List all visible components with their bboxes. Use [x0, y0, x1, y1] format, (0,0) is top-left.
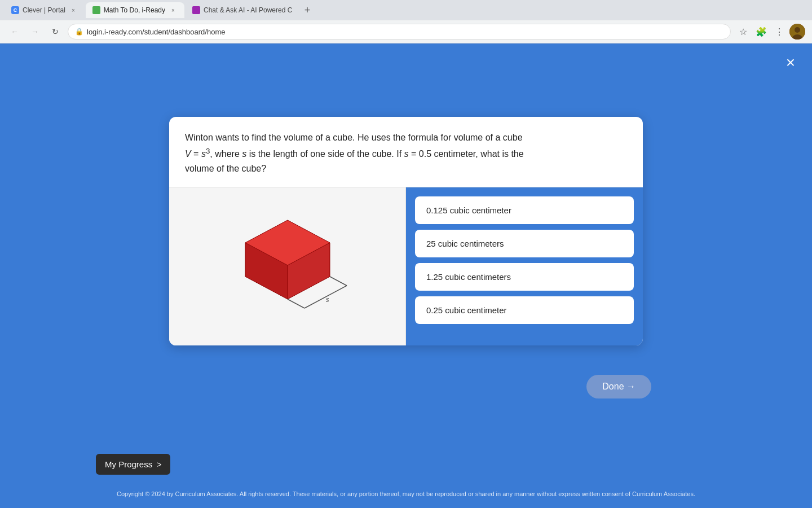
- address-bar-row: ← → ↻ 🔒 login.i-ready.com/student/dashbo…: [0, 20, 812, 43]
- tab-clever-close[interactable]: ×: [69, 6, 78, 15]
- chat-tab-icon: [192, 6, 200, 14]
- footer-text: Copyright © 2024 by Curriculum Associate…: [117, 491, 695, 497]
- my-progress-label: My Progress: [105, 459, 152, 469]
- answers-panel: 0.125 cubic centimeter 25 cubic centimet…: [406, 187, 643, 345]
- svg-line-16: [330, 277, 347, 286]
- answer-option-a[interactable]: 0.125 cubic centimeter: [415, 196, 634, 224]
- question-body: s 0.125 cubic centimeter 25 cubic centim…: [169, 187, 643, 345]
- iready-tab-icon: [92, 6, 100, 14]
- done-button[interactable]: Done →: [586, 375, 651, 398]
- bookmark-button[interactable]: ☆: [735, 24, 751, 40]
- answer-option-b[interactable]: 25 cubic centimeters: [415, 230, 634, 257]
- new-tab-button[interactable]: +: [299, 2, 315, 18]
- svg-point-1: [795, 27, 800, 33]
- reload-button[interactable]: ↻: [47, 24, 63, 40]
- back-button[interactable]: ←: [7, 24, 23, 40]
- answer-option-c[interactable]: 1.25 cubic centimeters: [415, 263, 634, 291]
- tab-chat-label: Chat & Ask AI - AI Powered C: [204, 6, 292, 14]
- tab-chat-close[interactable]: ×: [295, 6, 298, 15]
- lock-icon: 🔒: [75, 28, 83, 36]
- image-panel: s: [169, 187, 406, 345]
- tab-chat[interactable]: Chat & Ask AI - AI Powered C ×: [186, 2, 298, 18]
- clever-tab-icon: C: [11, 6, 19, 14]
- tab-clever[interactable]: C Clever | Portal ×: [5, 2, 85, 18]
- forward-button[interactable]: →: [27, 24, 43, 40]
- question-text: Winton wants to find the volume of a cub…: [169, 117, 643, 187]
- page-content: × Winton wants to find the volume of a c…: [0, 43, 812, 508]
- tab-iready-label: Math To Do, i-Ready: [104, 6, 165, 14]
- tab-iready-close[interactable]: ×: [169, 6, 178, 15]
- menu-button[interactable]: ⋮: [771, 24, 787, 40]
- close-button[interactable]: ×: [780, 52, 801, 73]
- tab-bar: C Clever | Portal × Math To Do, i-Ready …: [0, 0, 812, 20]
- browser-chrome: C Clever | Portal × Math To Do, i-Ready …: [0, 0, 812, 43]
- question-line1: Winton wants to find the volume of a cub…: [185, 133, 523, 142]
- question-math: V = s3, where s is the length of one sid…: [185, 149, 524, 159]
- question-line3: volume of the cube?: [185, 164, 266, 173]
- address-text: login.i-ready.com/student/dashboard/home: [87, 28, 225, 36]
- tab-clever-label: Clever | Portal: [23, 6, 65, 14]
- footer: Copyright © 2024 by Curriculum Associate…: [0, 491, 812, 497]
- svg-line-15: [288, 299, 304, 308]
- extensions-button[interactable]: 🧩: [753, 24, 769, 40]
- tab-iready[interactable]: Math To Do, i-Ready ×: [86, 2, 184, 18]
- svg-text:s: s: [326, 295, 329, 304]
- profile-avatar[interactable]: [789, 24, 805, 40]
- address-bar[interactable]: 🔒 login.i-ready.com/student/dashboard/ho…: [68, 24, 731, 40]
- my-progress-arrow: >: [157, 460, 161, 469]
- cube-image: s: [226, 203, 350, 330]
- answer-option-d[interactable]: 0.25 cubic centimeter: [415, 296, 634, 324]
- toolbar-right: ☆ 🧩 ⋮: [735, 24, 805, 40]
- my-progress-button[interactable]: My Progress >: [96, 454, 170, 475]
- question-card: Winton wants to find the volume of a cub…: [169, 117, 643, 345]
